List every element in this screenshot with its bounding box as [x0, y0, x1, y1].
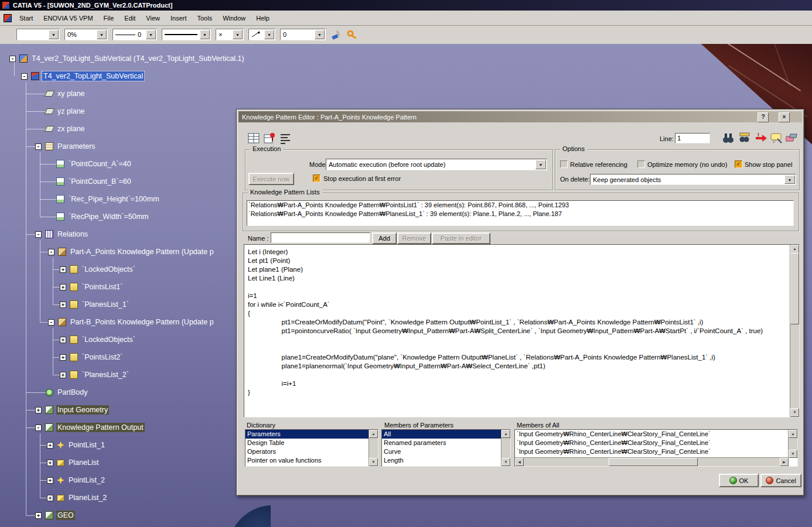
kp-list-item[interactable]: `Relations₩Part-A_Points Knowledge Patte… — [247, 210, 793, 218]
dictionary-item[interactable]: Parameters — [245, 430, 369, 439]
dictionary-item[interactable]: Operators — [245, 447, 378, 456]
scroll-thumb[interactable] — [790, 253, 799, 324]
scroll-right-icon[interactable]: ▶ — [780, 458, 789, 466]
chevron-down-icon[interactable]: ▼ — [97, 30, 107, 39]
expander-icon[interactable] — [9, 56, 16, 62]
tree-row-pointlist[interactable]: PointList_2 — [47, 474, 106, 486]
tree-item-label[interactable]: `LockedObjects` — [81, 335, 137, 344]
tree-row-parameter[interactable]: `Rec_Pipe_Height`=100mm — [56, 193, 161, 205]
tree-item-label[interactable]: `PlanesList_1` — [81, 300, 130, 309]
tree-row-parameter[interactable]: `PointCount_B`=60 — [56, 176, 132, 187]
members-of-parameters-listbox[interactable]: All Renamed parameters Curve Length ▲ ▼ — [381, 429, 511, 467]
expander-icon[interactable] — [47, 460, 53, 466]
tree-row-planelist[interactable]: PlaneList_2 — [47, 492, 108, 504]
tree-row-root[interactable]: T4_ver2_TopLight_SubVertical (T4_ver2_To… — [9, 53, 245, 64]
scroll-left-icon[interactable]: ◀ — [515, 458, 524, 466]
expander-icon[interactable] — [35, 407, 42, 413]
tree-item-label[interactable]: Part-A_Points Knowledge Pattern (Update … — [69, 247, 215, 256]
chevron-down-icon[interactable]: ▼ — [315, 30, 325, 39]
dictionary-item[interactable]: Pointer on value functions — [245, 456, 378, 465]
scroll-down-icon[interactable]: ▼ — [789, 450, 797, 458]
tree-row-kp-a[interactable]: Part-A_Points Knowledge Pattern (Update … — [48, 246, 215, 258]
chevron-down-icon[interactable]: ▼ — [784, 175, 795, 184]
menu-insert[interactable]: Insert — [165, 13, 192, 23]
members-all-v-scrollbar[interactable]: ▲ ▼ — [788, 430, 797, 458]
tree-row-list[interactable]: `LockedObjects` — [60, 264, 137, 275]
text-lines-icon[interactable] — [278, 131, 292, 145]
tree-item-label[interactable]: PartBody — [56, 388, 88, 397]
tree-item-label[interactable]: Parameters — [56, 142, 97, 151]
goto-error-icon[interactable]: ! — [753, 131, 768, 145]
layer-combo[interactable]: 0 ▼ — [280, 29, 326, 40]
tree-row-pointlist[interactable]: PointList_1 — [47, 439, 106, 451]
scroll-up-icon[interactable]: ▲ — [789, 430, 797, 438]
tree-item-label[interactable]: GEO — [56, 511, 75, 520]
menu-help[interactable]: Help — [251, 13, 275, 23]
tree-row-list[interactable]: `PlanesList_1` — [60, 299, 130, 310]
tree-row-kp-b[interactable]: Part-B_Points Knowledge Pattern (Update … — [48, 316, 215, 328]
members-parameters-item[interactable]: Length — [382, 456, 510, 465]
members-parameters-scrollbar[interactable]: ▲ ▼ — [501, 430, 510, 466]
relative-referencing-checkbox[interactable] — [560, 160, 568, 168]
expander-icon[interactable] — [60, 302, 66, 308]
remove-button[interactable]: Remove — [397, 232, 431, 244]
tree-row-list[interactable]: `LockedObjects` — [60, 334, 137, 345]
tree-item-label[interactable]: T4_ver2_TopLight_SubVertical (T4_ver2_To… — [30, 54, 245, 63]
tree-row-list[interactable]: `PlanesList_2` — [60, 369, 130, 381]
dictionary-listbox[interactable]: Parameters Design Table Operators Pointe… — [245, 429, 378, 467]
chevron-down-icon[interactable]: ▼ — [200, 30, 210, 39]
dictionary-item[interactable]: Design Table — [245, 439, 378, 447]
scroll-up-icon[interactable]: ▲ — [501, 430, 510, 438]
menu-tools[interactable]: Tools — [192, 13, 217, 23]
tree-item-label[interactable]: `PointsList2` — [81, 353, 124, 362]
tree-item-label[interactable]: Part-B_Points Knowledge Pattern (Update … — [69, 317, 215, 327]
on-delete-dropdown[interactable]: Keep generated objects ▼ — [590, 174, 796, 185]
comment-icon[interactable] — [769, 131, 783, 145]
chevron-down-icon[interactable]: ▼ — [49, 30, 59, 39]
tree-row-input-geometry[interactable]: Input Geometry — [35, 404, 109, 416]
optimize-memory-checkbox[interactable] — [637, 160, 645, 168]
scroll-down-icon[interactable]: ▼ — [790, 408, 799, 417]
expander-icon[interactable] — [48, 249, 54, 255]
opacity-combo[interactable]: 0% ▼ — [64, 29, 108, 40]
paste-in-editor-button[interactable]: Paste in editor — [432, 232, 490, 244]
tree-item-label[interactable]: `RecPipe_Width`=50mm — [67, 212, 150, 221]
scroll-thumb[interactable] — [609, 458, 698, 466]
tree-row-planelist[interactable]: PlaneList — [47, 457, 100, 468]
expander-icon[interactable] — [60, 354, 66, 361]
tree-row-part[interactable]: T4_ver2_TopLight_SubVertical — [21, 70, 144, 82]
members-of-all-listbox[interactable]: `Input Geometry₩Rhino_CenterLine₩ClearSt… — [514, 429, 798, 467]
tree-row-list[interactable]: `PointsList2` — [60, 351, 124, 363]
expander-icon[interactable] — [60, 266, 66, 273]
tree-item-label[interactable]: yz plane — [56, 107, 86, 116]
code-editor-scrollbar[interactable]: ▲ ▼ — [790, 245, 799, 417]
tree-item-label[interactable]: PointList_2 — [67, 475, 106, 485]
name-input[interactable] — [271, 232, 370, 243]
erase-icon[interactable] — [784, 131, 799, 145]
stop-execution-checkbox[interactable] — [313, 174, 320, 182]
expander-icon[interactable] — [60, 372, 66, 378]
code-editor[interactable]: Let i (Integer) Let pt1 (Point) Let plan… — [244, 244, 800, 418]
tree-row-list[interactable]: `PointsList1` — [60, 281, 124, 293]
members-parameters-item[interactable]: Renamed parameters — [382, 439, 510, 447]
pin-list-icon[interactable] — [262, 131, 277, 145]
expander-icon[interactable] — [35, 231, 42, 238]
tree-item-label-selected[interactable]: T4_ver2_TopLight_SubVertical — [42, 71, 144, 81]
expander-icon[interactable] — [35, 425, 42, 431]
show-stop-panel-checkbox[interactable] — [735, 160, 742, 168]
menu-edit[interactable]: Edit — [119, 13, 141, 23]
members-all-h-scrollbar[interactable]: ◀ ▶ — [515, 457, 789, 466]
expander-icon[interactable] — [60, 337, 66, 343]
scroll-down-icon[interactable]: ▼ — [501, 458, 510, 466]
chevron-down-icon[interactable]: ▼ — [146, 30, 156, 39]
point-symbol-combo[interactable]: × ▼ — [216, 29, 244, 40]
dictionary-scrollbar[interactable]: ▲ ▼ — [369, 430, 378, 466]
expander-icon[interactable] — [35, 512, 42, 519]
menu-file[interactable]: File — [98, 13, 120, 23]
tree-row-partbody[interactable]: PartBody — [46, 386, 88, 398]
menu-enovia[interactable]: ENOVIA V5 VPM — [38, 13, 98, 23]
members-parameters-item[interactable]: Curve — [382, 447, 510, 456]
tree-row-geo[interactable]: GEO — [35, 509, 75, 521]
members-all-item[interactable]: `Input Geometry₩Rhino_CenterLine₩ClearSt… — [515, 447, 797, 456]
scroll-down-icon[interactable]: ▼ — [369, 458, 378, 466]
